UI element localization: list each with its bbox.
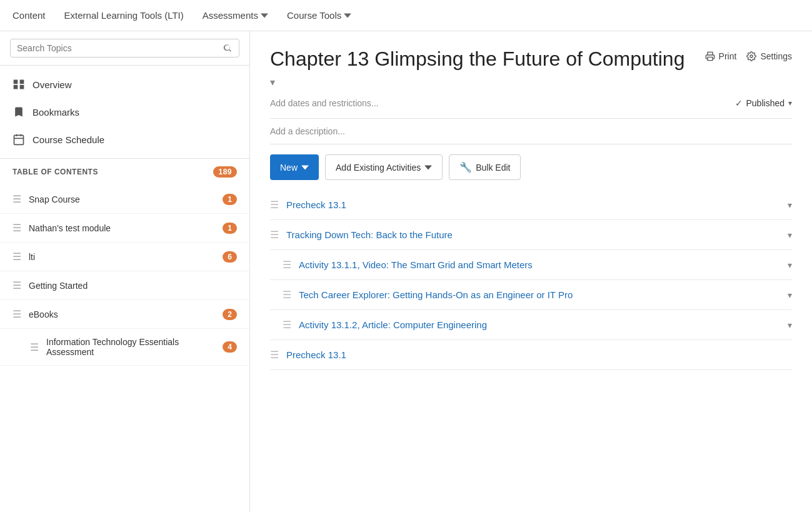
nav-assessments[interactable]: Assessments [203, 10, 268, 21]
toc-item-label: Nathan's test module [29, 223, 215, 233]
add-existing-chevron-icon [424, 164, 432, 171]
overview-icon [13, 78, 25, 91]
drag-handle-icon: ☰ [13, 251, 21, 263]
search-bar [0, 31, 249, 66]
content-area: Chapter 13 Glimpsing the Future of Compu… [250, 31, 812, 512]
add-existing-button[interactable]: Add Existing Activities [325, 154, 443, 180]
nav-content[interactable]: Content [13, 10, 46, 21]
chevron-down-icon: ▾ [788, 99, 792, 108]
activity-item: ☰ Activity 13.1.2, Article: Computer Eng… [270, 310, 792, 340]
chevron-down-icon[interactable]: ▾ [788, 290, 792, 300]
sidebar-item-bookmarks[interactable]: Bookmarks [0, 98, 249, 126]
toc-item-badge: 4 [223, 341, 237, 353]
toc-item-label: Snap Course [29, 194, 215, 204]
print-icon [705, 51, 715, 61]
activity-item: ☰ Tech Career Explorer: Getting Hands-On… [270, 280, 792, 310]
header-actions: Print Settings [705, 46, 792, 61]
new-button-label: New [280, 163, 298, 173]
toc-count-badge: 189 [213, 166, 237, 178]
toc-item-badge: 1 [223, 194, 237, 205]
activity-item: ☰ Precheck 13.1 ▾ [270, 190, 792, 220]
toc-item-ebooks[interactable]: ☰ eBooks 2 [0, 300, 249, 329]
chevron-down-icon[interactable]: ▾ [788, 200, 792, 210]
toc-item-label: Information Technology Essentials Assess… [46, 337, 215, 357]
search-input[interactable] [17, 43, 218, 53]
activity-link[interactable]: Tech Career Explorer: Getting Hands-On a… [299, 289, 780, 300]
sidebar-item-overview[interactable]: Overview [0, 71, 249, 98]
toc-item-nathan-module[interactable]: ☰ Nathan's test module 1 [0, 214, 249, 243]
new-button[interactable]: New [270, 154, 319, 180]
toc-header: TABLE OF CONTENTS 189 [0, 159, 249, 185]
nav-course-tools[interactable]: Course Tools [287, 10, 351, 21]
toc-item-badge: 6 [223, 251, 237, 263]
bulk-edit-icon: 🔧 [459, 161, 472, 173]
settings-label: Settings [760, 51, 792, 61]
action-buttons: New Add Existing Activities 🔧 Bulk Edit [270, 144, 792, 190]
add-dates-link[interactable]: Add dates and restrictions... [270, 98, 379, 108]
meta-row: Add dates and restrictions... ✓ Publishe… [270, 88, 792, 119]
drag-handle-icon: ☰ [13, 308, 21, 320]
sidebar-item-bookmarks-label: Bookmarks [33, 107, 79, 118]
page-title: Chapter 13 Glimpsing the Future of Compu… [270, 46, 684, 71]
settings-button[interactable]: Settings [746, 51, 792, 61]
print-label: Print [719, 51, 737, 61]
bookmark-icon [13, 106, 25, 118]
svg-rect-3 [20, 85, 24, 89]
drag-handle-icon: ☰ [283, 319, 291, 331]
new-chevron-icon [301, 164, 309, 171]
chevron-down-icon[interactable]: ▾ [788, 260, 792, 270]
chevron-down-icon[interactable]: ▾ [788, 230, 792, 240]
toc-item-label: Getting Started [29, 281, 237, 291]
drag-handle-icon: ☰ [270, 229, 279, 241]
toc-item-snap-course[interactable]: ☰ Snap Course 1 [0, 185, 249, 214]
svg-rect-0 [14, 80, 18, 84]
settings-icon [746, 51, 756, 61]
search-icon [223, 43, 233, 53]
main-layout: Overview Bookmarks Course Schedule T [0, 31, 812, 512]
toc-list: ☰ Snap Course 1 ☰ Nathan's test module 1… [0, 185, 249, 512]
activity-link[interactable]: Tracking Down Tech: Back to the Future [286, 229, 780, 240]
nav-lti[interactable]: External Learning Tools (LTI) [64, 10, 184, 21]
chevron-down-icon[interactable]: ▾ [788, 320, 792, 330]
published-dropdown[interactable]: ✓ Published ▾ [735, 98, 793, 108]
toc-item-badge: 2 [223, 309, 237, 320]
activity-link[interactable]: Precheck 13.1 [286, 199, 780, 210]
sidebar: Overview Bookmarks Course Schedule T [0, 31, 250, 512]
activity-item: ☰ Tracking Down Tech: Back to the Future… [270, 220, 792, 250]
drag-handle-icon: ☰ [270, 349, 279, 361]
drag-handle-icon: ☰ [13, 279, 21, 291]
calendar-icon [13, 133, 25, 146]
sidebar-nav: Overview Bookmarks Course Schedule [0, 66, 249, 159]
activity-link[interactable]: Activity 13.1.1, Video: The Smart Grid a… [299, 259, 780, 270]
sidebar-item-course-schedule[interactable]: Course Schedule [0, 126, 249, 153]
published-label: Published [746, 98, 785, 108]
toc-item-getting-started[interactable]: ☰ Getting Started [0, 271, 249, 300]
toc-item-lti[interactable]: ☰ lti 6 [0, 243, 249, 271]
toc-item-badge: 1 [223, 223, 237, 234]
svg-rect-1 [20, 80, 24, 84]
activity-link[interactable]: Activity 13.1.2, Article: Computer Engin… [299, 319, 780, 330]
sidebar-item-overview-label: Overview [33, 79, 72, 90]
drag-handle-icon: ☰ [13, 193, 21, 205]
sidebar-item-schedule-label: Course Schedule [33, 134, 104, 145]
activity-list: ☰ Precheck 13.1 ▾ ☰ Tracking Down Tech: … [270, 190, 792, 370]
top-nav: Content External Learning Tools (LTI) As… [0, 0, 812, 31]
toc-item-it-essentials[interactable]: ☰ Information Technology Essentials Asse… [0, 329, 249, 366]
content-header: Chapter 13 Glimpsing the Future of Compu… [270, 46, 792, 71]
drag-handle-icon: ☰ [270, 199, 279, 211]
toc-title: TABLE OF CONTENTS [13, 168, 98, 176]
activity-item: ☰ Precheck 13.1 [270, 340, 792, 370]
toc-item-label: lti [29, 252, 215, 262]
print-button[interactable]: Print [705, 51, 737, 61]
search-input-wrap[interactable] [10, 39, 239, 58]
bulk-edit-button[interactable]: 🔧 Bulk Edit [449, 154, 521, 180]
drag-handle-icon: ☰ [283, 259, 291, 271]
drag-handle-icon: ☰ [30, 341, 39, 353]
collapse-toggle[interactable]: ▾ [270, 76, 792, 88]
add-description-link[interactable]: Add a description... [270, 119, 792, 144]
activity-item: ☰ Activity 13.1.1, Video: The Smart Grid… [270, 250, 792, 280]
svg-rect-4 [14, 135, 24, 144]
toc-item-label: eBooks [29, 309, 215, 319]
activity-link[interactable]: Precheck 13.1 [286, 349, 792, 360]
check-icon: ✓ [735, 98, 743, 108]
